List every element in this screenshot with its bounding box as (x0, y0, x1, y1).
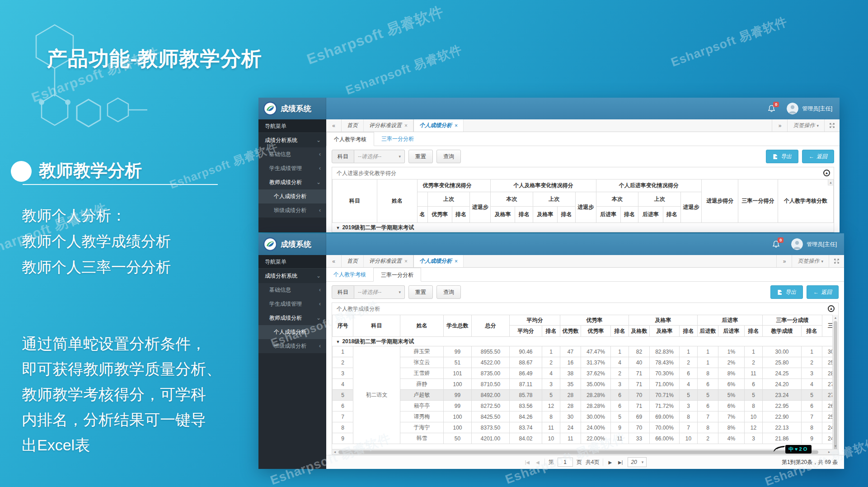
table-row[interactable]: 7谭秀梅1008425.5084.2683030.00%56969.00%877… (333, 411, 839, 422)
divider (603, 459, 603, 466)
tab-home[interactable]: 首页 (342, 255, 364, 267)
table-row[interactable]: 2张立云514522.0088.6721631.37%44078.43%212%… (333, 357, 839, 368)
tab-label: 个人成绩分析 (419, 257, 452, 265)
exam-group-label: 2019级初二第一学期期末考试 (342, 224, 414, 231)
sidebar-item[interactable]: 学生成绩管理‹ (258, 297, 326, 311)
tab-score-standard[interactable]: 评分标准设置× (364, 255, 413, 267)
scroll-down-icon[interactable]: ▼ (833, 443, 838, 449)
back-label: 返回 (821, 286, 832, 298)
table-row[interactable]: 5卢超敏998492.0085.7852828.28%67070.71%555%… (333, 390, 839, 401)
scroll-right-icon[interactable]: ▸ (826, 449, 832, 455)
app-brand: 成绩系统 (281, 104, 311, 114)
first-page-icon[interactable]: |◀ (524, 460, 531, 465)
tab-operations-dropdown[interactable]: 页签操作▾ (792, 255, 829, 267)
sidebar-item[interactable]: 基础信息‹ (258, 147, 326, 161)
table-cell: 22.00% (581, 433, 611, 444)
sidebar-item[interactable]: 教师成绩分析⌄ (258, 175, 326, 189)
tab-home[interactable]: 首页 (342, 119, 364, 132)
subtab-three-rate-analysis[interactable]: 三率一分分析 (373, 268, 421, 282)
sidebar-item[interactable]: 学生成绩管理‹ (258, 161, 326, 175)
subject-select[interactable]: --请选择--▾ (354, 150, 405, 163)
close-icon[interactable]: × (455, 123, 458, 129)
table-row[interactable]: 1初二语文薛玉荣998955.5090.4614747.47%18282.83%… (333, 346, 839, 357)
scroll-up-icon[interactable]: ▲ (833, 315, 838, 321)
app-logo[interactable]: 成绩系统 (258, 98, 326, 119)
last-page-icon[interactable]: ▶| (617, 460, 624, 465)
user-name[interactable]: 管理员[主任] (807, 241, 837, 248)
close-icon[interactable]: × (404, 123, 408, 129)
select-placeholder: --请选择-- (358, 150, 381, 163)
sidebar-item[interactable]: 教师成绩分析⌄ (258, 311, 326, 325)
sidebar-item[interactable]: 成绩分析系统⌄ (258, 269, 326, 283)
heading-bullet-circle (11, 161, 32, 182)
tab-operations-dropdown[interactable]: 页签操作▾ (787, 119, 824, 132)
page-number-input[interactable] (558, 458, 573, 467)
sidebar-item[interactable]: 成绩分析系统⌄ (258, 133, 326, 147)
sidebar-item-label: 个人成绩分析 (274, 193, 306, 199)
subtab-three-rate-analysis[interactable]: 三率一分分析 (374, 132, 421, 146)
table-row[interactable]: 4薛静1008710.5087.1133535.00%37171.00%466%… (333, 379, 839, 390)
exam-group-row[interactable]: ▼2018级初二第一学期期末考试 (333, 337, 839, 346)
table-cell: 83.56 (510, 401, 542, 411)
table-row[interactable]: 6籍亭亭998272.5083.56122828.28%67171.72%366… (333, 401, 839, 411)
back-button[interactable]: ← 返回 (807, 285, 839, 299)
export-button[interactable]: 导出 (770, 285, 803, 299)
next-page-icon[interactable]: ▶ (607, 460, 613, 465)
reset-button[interactable]: 重置 (408, 285, 433, 299)
close-icon[interactable]: × (404, 258, 408, 265)
subtab-personal-assessment[interactable]: 个人教学考核 (326, 268, 373, 281)
user-name[interactable]: 管理员[主任] (802, 105, 832, 113)
horizontal-scrollbar[interactable]: ◂ ▸ (332, 449, 838, 454)
scrollbar-thumb[interactable] (338, 450, 818, 454)
tab-score-standard[interactable]: 评分标准设置× (364, 119, 413, 132)
sidebar-item[interactable]: 个人成绩分析 (258, 189, 326, 203)
query-button[interactable]: 查询 (436, 150, 461, 163)
table-row[interactable]: 9韩雪504201.0084.02101122.00%113366.00%102… (333, 433, 839, 444)
scroll-up-icon[interactable]: ▲ (828, 179, 834, 185)
sidebar-item[interactable]: 基础信息‹ (258, 283, 326, 297)
subject-select[interactable]: --请选择--▾ (354, 285, 405, 299)
back-button[interactable]: ← 返回 (802, 150, 834, 163)
exam-group-row[interactable]: ▼2019级初二第一学期期末考试 (333, 223, 834, 232)
expand-icon[interactable] (824, 119, 840, 132)
close-icon[interactable]: × (455, 258, 458, 265)
notifications-button[interactable]: 0 (768, 105, 775, 112)
tabs-scroll-left-icon[interactable]: « (326, 119, 342, 132)
scroll-left-icon[interactable]: ◂ (332, 449, 338, 455)
expand-icon[interactable] (829, 255, 844, 267)
table-cell: 85.78 (510, 390, 542, 401)
avatar[interactable] (791, 238, 803, 250)
panel-collapse-icon[interactable]: ▲ (823, 170, 830, 176)
divider (544, 459, 545, 466)
tabs-scroll-right-icon[interactable]: » (772, 119, 787, 132)
page-size-value: 20 (631, 459, 637, 465)
table-cell: 47 (560, 346, 581, 357)
scrollbar-thumb[interactable] (834, 321, 837, 449)
vertical-scrollbar[interactable]: ▲ ▼ (832, 315, 838, 449)
app-logo[interactable]: 成绩系统 (258, 233, 326, 255)
export-button[interactable]: 导出 (766, 150, 798, 163)
reset-button[interactable]: 重置 (408, 150, 433, 163)
group-header: 优秀率变化情况得分 (417, 180, 491, 192)
avatar[interactable] (787, 103, 798, 114)
page-size-select[interactable]: 20▾ (628, 457, 647, 467)
subtab-personal-assessment[interactable]: 个人教学考核 (326, 132, 374, 146)
sidebar-item[interactable]: 个人成绩分析 (258, 325, 326, 339)
panel-collapse-icon[interactable]: ▲ (828, 305, 835, 312)
table-row[interactable]: 3王雪娇1018735.0086.4943837.62%27170.30%688… (333, 368, 839, 379)
table-cell: 70 (629, 422, 650, 433)
prev-page-icon[interactable]: ◀ (535, 460, 541, 465)
table-container: 科目 姓名 优秀率变化情况得分 个人及格率变化情况得分 个人后进率变化情况得分 … (332, 179, 834, 232)
notifications-button[interactable]: 0 (773, 241, 779, 248)
tab-personal-score-analysis[interactable]: 个人成绩分析× (413, 119, 464, 132)
tab-personal-score-analysis[interactable]: 个人成绩分析× (413, 255, 464, 267)
table-row[interactable]: 8于海宁1008373.5083.74112424.00%97070.00%78… (333, 422, 839, 433)
chevron-down-icon: ⌄ (316, 175, 321, 189)
tabs-scroll-left-icon[interactable]: « (326, 255, 342, 267)
panel-header: 个人进退步变化教学得分 ▲ (332, 167, 834, 179)
table-cell: 8373.50 (472, 422, 510, 433)
sidebar-item[interactable]: 班级成绩分析‹ (258, 203, 326, 217)
sidebar-item[interactable]: 班级成绩分析‹ (258, 339, 326, 353)
tabs-scroll-right-icon[interactable]: » (776, 255, 792, 267)
query-button[interactable]: 查询 (436, 285, 461, 299)
